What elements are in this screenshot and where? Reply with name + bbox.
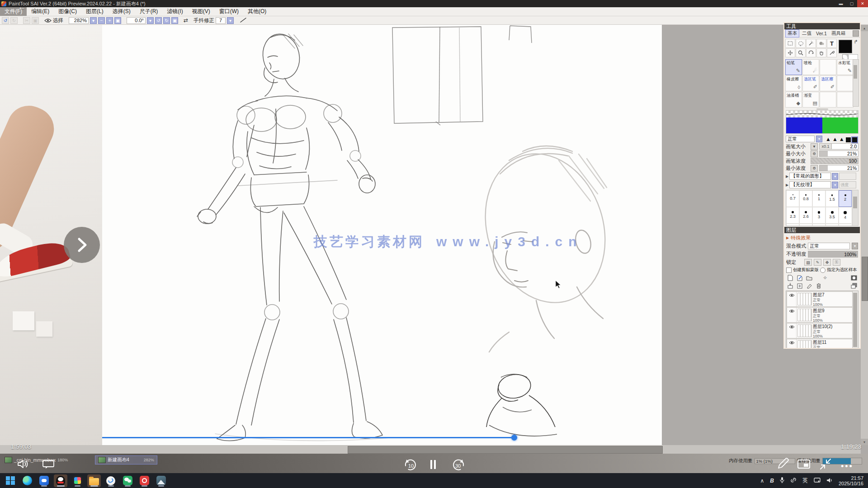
- rotate-ccw-button[interactable]: ↺: [155, 17, 162, 24]
- quick-select-icon[interactable]: [816, 39, 826, 48]
- layer-row[interactable]: 图层10(2)正常100%: [787, 323, 858, 338]
- redo-icon[interactable]: ↻: [10, 17, 18, 24]
- layer-visibility-icon[interactable]: [787, 292, 796, 299]
- delete-layer-icon[interactable]: [815, 282, 822, 289]
- size-preset[interactable]: 1: [812, 190, 826, 207]
- brush-pencil[interactable]: 铅笔✎: [785, 59, 802, 75]
- menu-window[interactable]: 窗口(W): [215, 7, 243, 16]
- zoom-value[interactable]: 282%: [69, 17, 89, 24]
- stabilizer-value[interactable]: 7: [216, 17, 226, 24]
- brush-bucket[interactable]: 油漆桶◆: [785, 92, 802, 108]
- brush-eraser[interactable]: 橡皮擦◊: [785, 75, 802, 91]
- tab-basic[interactable]: 基本: [785, 29, 799, 38]
- doc-tab-current[interactable]: 新建画布4 282%: [95, 455, 157, 465]
- taskbar-photos[interactable]: [154, 474, 168, 487]
- primary-color-swatch[interactable]: [839, 40, 852, 53]
- clipping-mask-checkbox[interactable]: [786, 267, 792, 273]
- min-density-button[interactable]: ⚙: [811, 165, 818, 172]
- forward-30-button[interactable]: 30: [451, 459, 465, 473]
- brush-airbrush[interactable]: 喷枪☄: [802, 59, 819, 75]
- menu-view[interactable]: 视图(V): [188, 7, 215, 16]
- menu-edit[interactable]: 编辑(E): [27, 7, 54, 16]
- mix-color-green[interactable]: [822, 117, 859, 133]
- taskbar-clock[interactable]: 21:57 2025/10/16: [839, 475, 863, 486]
- size-preset[interactable]: 3: [812, 207, 826, 224]
- move-tool-icon[interactable]: [785, 48, 795, 57]
- curve-tool-icon[interactable]: ✧: [821, 274, 829, 281]
- layer-visibility-icon[interactable]: [787, 339, 796, 346]
- size-preset-selected[interactable]: 2: [839, 190, 852, 207]
- brush-shape-dropdown-icon[interactable]: ▾: [832, 173, 838, 180]
- brush-size-dropdown-icon[interactable]: ▼: [811, 143, 818, 150]
- vertical-scroll-thumb[interactable]: [862, 257, 868, 301]
- copy-button[interactable]: ▣: [32, 17, 39, 24]
- layer-row[interactable]: 图层11正常100%: [787, 339, 858, 349]
- menu-others[interactable]: 其他(O): [243, 7, 271, 16]
- text-tool-icon[interactable]: T: [827, 39, 837, 48]
- subtitle-icon[interactable]: [42, 460, 54, 471]
- horizontal-scroll-thumb[interactable]: [348, 446, 663, 454]
- lock-pixels-icon[interactable]: ✎: [814, 259, 821, 266]
- special-effects-row[interactable]: ▶ 特殊效果: [786, 235, 858, 241]
- tray-app-icon[interactable]: B: [770, 478, 774, 484]
- layer-blend-dropdown-icon[interactable]: ▾: [852, 243, 858, 249]
- brush-selection-eraser[interactable]: 选区擦✐: [820, 75, 836, 91]
- expand-icon[interactable]: ▶: [786, 183, 788, 187]
- brush-selection-pen[interactable]: 选区笔✐: [802, 75, 819, 91]
- brush-empty-slot[interactable]: [820, 92, 836, 108]
- size-preset[interactable]: 0.7: [786, 190, 799, 207]
- undo-icon[interactable]: ↺: [2, 17, 9, 24]
- annotate-pencil-icon[interactable]: [776, 457, 789, 473]
- menu-filter[interactable]: 滤镜(I): [162, 7, 187, 16]
- cut-button[interactable]: ✂: [23, 17, 30, 24]
- brush-texture-dropdown-icon[interactable]: ▾: [832, 182, 838, 188]
- zoom-in-button[interactable]: ＋: [106, 17, 113, 24]
- layer-row[interactable]: 图层7正常100%: [787, 291, 858, 307]
- brush-gradient[interactable]: 渐变▤: [802, 92, 819, 108]
- brush-texture-select[interactable]: 【无纹理】: [789, 181, 831, 188]
- lock-transparency-icon[interactable]: ▨: [804, 259, 812, 266]
- brush-blend-dropdown-icon[interactable]: ▾: [816, 136, 822, 142]
- min-size-slider[interactable]: 21%: [819, 150, 859, 157]
- doc-tab-reference[interactable]: _cgi-bin_mmwebwx 180%: [5, 455, 68, 465]
- layer-list-scrollbar[interactable]: [852, 291, 858, 349]
- brush-empty-slot[interactable]: [837, 92, 854, 108]
- link-icon[interactable]: [790, 477, 797, 485]
- min-density-slider[interactable]: 21%: [819, 165, 859, 171]
- rotate-reset-button[interactable]: ▣: [171, 17, 178, 24]
- more-options-icon[interactable]: •••: [841, 462, 854, 471]
- brush-size-multiplier[interactable]: x0.1: [820, 144, 832, 149]
- angle-dropdown-icon[interactable]: ▾: [147, 17, 154, 24]
- size-preset[interactable]: [812, 224, 826, 226]
- tab-toolbox[interactable]: 画具箱: [830, 30, 848, 37]
- speaker-icon[interactable]: [826, 477, 833, 485]
- brush-shape-select[interactable]: 【常规的圆形】: [789, 173, 831, 180]
- canvas-horizontal-scrollbar[interactable]: [0, 445, 861, 454]
- rewind-10-button[interactable]: 10: [404, 459, 418, 473]
- menu-image[interactable]: 图像(C): [54, 7, 81, 16]
- zoom-reset-button[interactable]: ▣: [114, 17, 121, 24]
- drawing-canvas[interactable]: 技艺学习素材网www.jy3d.cn: [102, 25, 662, 445]
- layer-blend-mode[interactable]: 正常: [808, 243, 850, 249]
- menu-ruler[interactable]: 尺子(R): [135, 7, 163, 16]
- taskbar-qianniu[interactable]: [104, 474, 118, 487]
- swap-colors-icon[interactable]: ↱: [854, 39, 858, 45]
- microphone-icon[interactable]: [780, 477, 784, 485]
- zoom-tool-icon[interactable]: [796, 48, 806, 57]
- color-mix-preview[interactable]: [786, 110, 859, 134]
- opacity-slider[interactable]: 100%: [808, 251, 858, 258]
- angle-value[interactable]: 0.0°: [127, 17, 146, 24]
- min-size-button[interactable]: ⚙: [811, 150, 818, 157]
- lock-position-icon[interactable]: ✥: [823, 259, 831, 266]
- pause-button[interactable]: [429, 459, 437, 472]
- rotate-tool-icon[interactable]: [806, 48, 816, 57]
- taskbar-explorer[interactable]: [87, 474, 101, 487]
- player-back-button[interactable]: ←: [18, 3, 26, 12]
- scroll-up-icon[interactable]: ▲: [861, 25, 868, 31]
- selection-sample-radio[interactable]: [820, 267, 826, 273]
- size-preset[interactable]: 2.3: [786, 207, 799, 224]
- zoom-out-button[interactable]: −: [98, 17, 105, 24]
- zoom-dropdown-icon[interactable]: ▾: [90, 17, 97, 24]
- volume-icon[interactable]: [17, 459, 29, 471]
- maximize-button[interactable]: ▢: [846, 0, 857, 7]
